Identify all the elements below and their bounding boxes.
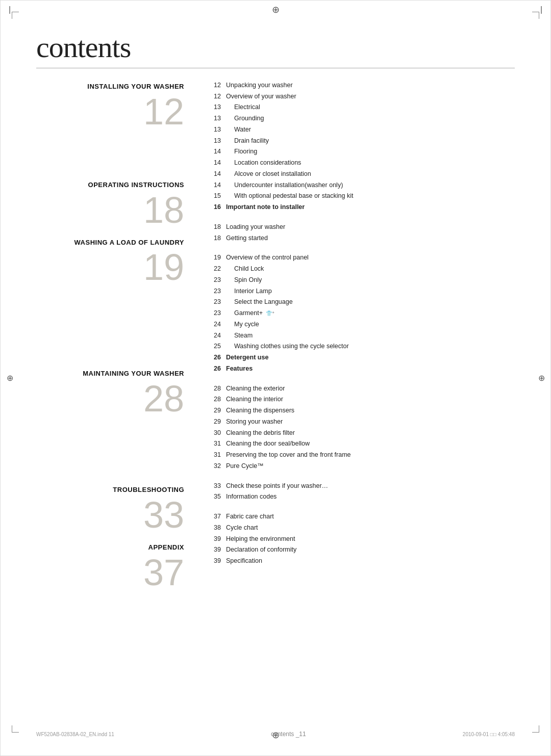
section-title-washing: WASHING A LOAD OF LAUNDRY	[36, 239, 184, 247]
crosshair-top: ⊕	[270, 5, 281, 15]
toc-entry: 12 Overview of your washer	[205, 92, 515, 101]
entries-operating: 18 Loading your washer 18 Getting starte…	[205, 222, 515, 243]
toc-entry: 18 Getting started	[205, 233, 515, 243]
toc-entry: 23 Interior Lamp	[205, 286, 515, 296]
toc-entry: 39 Specification	[205, 556, 515, 566]
toc-entry: 37 Fabric care chart	[205, 512, 515, 522]
toc-entry: 24 My cycle	[205, 320, 515, 329]
toc-entry: 13 Drain facility	[205, 136, 515, 146]
section-title-maintaining: MAINTAINING YOUR WASHER	[36, 370, 184, 378]
toc-entry: 24 Steam	[205, 331, 515, 341]
page-footer: WF520AB-02838A-02_EN.indd 11 contents _1…	[36, 731, 515, 738]
toc-entry: 14 Flooring	[205, 147, 515, 157]
section-number-appendix: 37	[36, 554, 184, 591]
section-title-appendix: APPENDIX	[36, 543, 184, 552]
page: | | ⊕ ⊕ ⊕ ⊕ contents INSTALLING YOUR WAS…	[0, 0, 551, 756]
toc-layout: INSTALLING YOUR WASHER 12 OPERATING INST…	[36, 81, 515, 596]
toc-entry: 26 Features	[205, 364, 515, 374]
toc-entry: 31 Cleaning the door seal/bellow	[205, 439, 515, 449]
corner-bl	[12, 725, 19, 733]
toc-entry: 13 Water	[205, 125, 515, 135]
section-maintaining: MAINTAINING YOUR WASHER 28	[36, 370, 184, 417]
toc-entry: 15 With optional pedestal base or stacki…	[205, 191, 515, 201]
toc-entry: 28 Cleaning the exterior	[205, 384, 515, 394]
footer-page-label: contents _11	[271, 731, 306, 738]
reg-mark-mr: ⊕	[536, 373, 546, 383]
left-column: INSTALLING YOUR WASHER 12 OPERATING INST…	[36, 81, 194, 596]
toc-entry: 39 Declaration of conformity	[205, 545, 515, 555]
toc-entry: 35 Information codes	[205, 492, 515, 502]
section-appendix: APPENDIX 37	[36, 543, 184, 591]
toc-entry: 23 Garment+ 👕⁺	[205, 308, 515, 318]
section-title-operating: OPERATING INSTRUCTIONS	[36, 181, 184, 190]
section-operating: OPERATING INSTRUCTIONS 18	[36, 181, 184, 228]
corner-br	[532, 725, 539, 733]
toc-entry: 33 Check these points if your washer…	[205, 481, 515, 491]
page-title: contents	[36, 31, 515, 68]
toc-entry: 13 Grounding	[205, 114, 515, 123]
toc-entry: 38 Cycle chart	[205, 523, 515, 533]
toc-entry: 12 Unpacking your washer	[205, 81, 515, 90]
toc-entry: 23 Spin Only	[205, 275, 515, 285]
section-title-installing: INSTALLING YOUR WASHER	[36, 83, 184, 91]
section-number-installing: 12	[36, 93, 184, 130]
footer-filename: WF520AB-02838A-02_EN.indd 11	[36, 732, 114, 737]
toc-entry: 19 Overview of the control panel	[205, 253, 515, 263]
entries-maintaining: 28 Cleaning the exterior 28 Cleaning the…	[205, 384, 515, 471]
toc-entry: 29 Storing your washer	[205, 417, 515, 427]
entries-washing: 19 Overview of the control panel 22 Chil…	[205, 253, 515, 373]
toc-entry: 23 Select the Language	[205, 297, 515, 307]
entries-troubleshooting: 33 Check these points if your washer… 35…	[205, 481, 515, 502]
entries-appendix: 37 Fabric care chart 38 Cycle chart 39 H…	[205, 512, 515, 566]
entries-installing: 12 Unpacking your washer 12 Overview of …	[205, 81, 515, 212]
toc-entry: 13 Electrical	[205, 102, 515, 112]
toc-entry: 18 Loading your washer	[205, 222, 515, 232]
section-installing: INSTALLING YOUR WASHER 12	[36, 83, 184, 130]
section-number-operating: 18	[36, 192, 184, 228]
corner-tl	[12, 12, 19, 19]
toc-entry: 29 Cleaning the dispensers	[205, 406, 515, 415]
section-washing: WASHING A LOAD OF LAUNDRY 19	[36, 239, 184, 286]
footer-date: 2010-09-01 □□ 4:05:48	[463, 732, 515, 737]
section-number-washing: 19	[36, 249, 184, 285]
garment-icon: 👕⁺	[266, 309, 274, 317]
corner-tr	[532, 12, 539, 19]
toc-entry: 25 Washing clothes using the cycle selec…	[205, 342, 515, 351]
toc-entry: 16 Important note to installer	[205, 202, 515, 212]
section-number-troubleshooting: 33	[36, 497, 184, 533]
toc-entry: 22 Child Lock	[205, 264, 515, 274]
section-number-maintaining: 28	[36, 380, 184, 417]
toc-entry: 32 Pure Cycle™	[205, 461, 515, 471]
toc-entry: 26 Detergent use	[205, 353, 515, 362]
toc-entry: 14 Alcove or closet installation	[205, 169, 515, 179]
toc-entry: 14 Undercounter installation(washer only…	[205, 180, 515, 190]
section-title-troubleshooting: TROUBLESHOOTING	[36, 486, 184, 494]
right-column: 12 Unpacking your washer 12 Overview of …	[194, 81, 515, 596]
toc-entry: 39 Helping the environment	[205, 534, 515, 544]
section-troubleshooting: TROUBLESHOOTING 33	[36, 486, 184, 533]
toc-entry: 28 Cleaning the interior	[205, 395, 515, 404]
toc-entry: 30 Cleaning the debris filter	[205, 428, 515, 438]
toc-entry: 14 Location considerations	[205, 158, 515, 168]
toc-entry: 31 Preserving the top cover and the fron…	[205, 450, 515, 460]
reg-mark-ml: ⊕	[5, 373, 15, 383]
